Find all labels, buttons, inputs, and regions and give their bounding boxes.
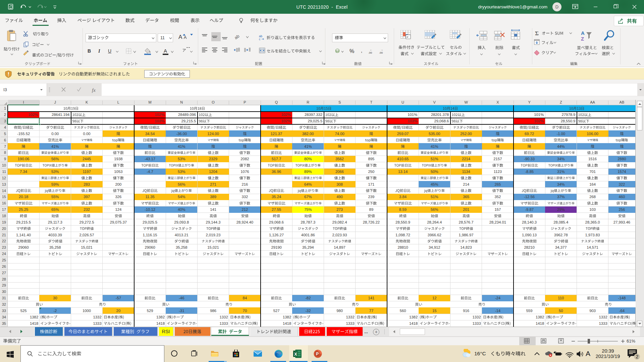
svg-text:A: A [164,48,167,54]
svg-text:X: X [294,352,297,357]
svg-text:ab: ab [235,34,240,40]
svg-text:fx: fx [92,87,96,93]
svg-text:→: → [380,48,383,51]
svg-text:≠: ≠ [407,35,409,39]
svg-text:2: 2 [636,354,639,359]
svg-text:.00: .00 [368,51,372,54]
svg-text:c: c [259,38,261,41]
svg-text:Z: Z [581,36,584,42]
svg-text:,: , [361,48,362,53]
svg-text:.00: .00 [379,51,383,54]
svg-text:%: % [350,48,354,54]
svg-text:A: A [581,30,585,36]
svg-text:P: P [316,352,319,356]
svg-text:←: ← [370,48,372,51]
